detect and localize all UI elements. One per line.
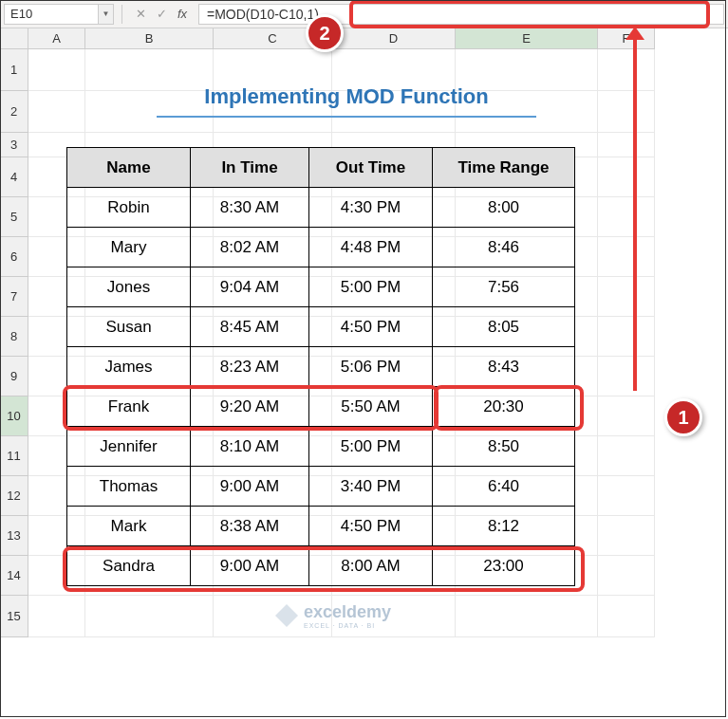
cell-F15[interactable] (598, 596, 655, 637)
cell-out[interactable]: 8:00 AM (309, 546, 433, 586)
cell-F10[interactable] (598, 396, 655, 436)
row-header-8[interactable]: 8 (0, 317, 28, 357)
cell-F3[interactable] (598, 133, 655, 157)
name-box[interactable] (4, 4, 99, 25)
row-header-1[interactable]: 1 (0, 49, 28, 91)
cell-A15[interactable] (28, 596, 85, 637)
cell-name[interactable]: James (67, 347, 191, 387)
row-header-10[interactable]: 10 (0, 396, 28, 436)
col-header-A[interactable]: A (28, 28, 85, 49)
header-time-range[interactable]: Time Range (433, 148, 575, 188)
cell-out[interactable]: 4:48 PM (309, 228, 433, 267)
enter-icon[interactable]: ✓ (151, 4, 172, 25)
cell-A2[interactable] (28, 91, 85, 133)
header-out-time[interactable]: Out Time (309, 148, 433, 188)
cell-out[interactable]: 4:30 PM (309, 188, 433, 228)
cell-in[interactable]: 8:23 AM (191, 347, 309, 387)
row-headers: 123456789101112131415 (0, 49, 28, 637)
cell-range[interactable]: 8:43 (433, 347, 575, 387)
select-all-corner[interactable] (0, 28, 28, 49)
cell-in[interactable]: 8:38 AM (191, 507, 309, 546)
cell-in[interactable]: 9:00 AM (191, 546, 309, 586)
cell-in[interactable]: 8:45 AM (191, 307, 309, 347)
row-header-3[interactable]: 3 (0, 133, 28, 157)
cell-F5[interactable] (598, 197, 655, 237)
cell-E15[interactable] (456, 596, 598, 637)
cell-out[interactable]: 5:50 AM (309, 387, 433, 427)
cell-F1[interactable] (598, 49, 655, 91)
row-header-5[interactable]: 5 (0, 197, 28, 237)
cell-B15[interactable] (85, 596, 214, 637)
table-row: Sandra9:00 AM8:00 AM23:00 (67, 546, 575, 586)
page-title: Implementing MOD Function (95, 78, 598, 116)
cell-F13[interactable] (598, 516, 655, 556)
cell-range[interactable]: 20:30 (433, 387, 575, 427)
cell-in[interactable]: 8:02 AM (191, 228, 309, 267)
cell-range[interactable]: 23:00 (433, 546, 575, 586)
cell-range[interactable]: 8:05 (433, 307, 575, 347)
watermark-text: exceldemy (304, 602, 391, 621)
cell-range[interactable]: 6:40 (433, 467, 575, 507)
cell-range[interactable]: 8:00 (433, 188, 575, 228)
cell-F9[interactable] (598, 357, 655, 396)
row-header-7[interactable]: 7 (0, 277, 28, 317)
formula-input[interactable] (198, 4, 724, 25)
row-header-11[interactable]: 11 (0, 436, 28, 476)
cell-in[interactable]: 9:20 AM (191, 387, 309, 427)
watermark-icon (275, 604, 298, 627)
cell-name[interactable]: Jones (67, 267, 191, 307)
arrow-head-icon (625, 27, 644, 40)
row-header-12[interactable]: 12 (0, 476, 28, 516)
table-row: Thomas9:00 AM3:40 PM6:40 (67, 467, 575, 507)
cell-out[interactable]: 5:00 PM (309, 267, 433, 307)
name-box-dropdown[interactable]: ▼ (99, 4, 114, 25)
cell-name[interactable]: Frank (67, 387, 191, 427)
cell-name[interactable]: Thomas (67, 467, 191, 507)
col-header-B[interactable]: B (85, 28, 214, 49)
cell-out[interactable]: 3:40 PM (309, 467, 433, 507)
cell-in[interactable]: 8:10 AM (191, 427, 309, 467)
cell-name[interactable]: Mark (67, 507, 191, 546)
row-header-9[interactable]: 9 (0, 357, 28, 396)
row-header-15[interactable]: 15 (0, 596, 28, 637)
cell-name[interactable]: Robin (67, 188, 191, 228)
cell-name[interactable]: Jennifer (67, 427, 191, 467)
cell-in[interactable]: 9:00 AM (191, 467, 309, 507)
row-header-6[interactable]: 6 (0, 237, 28, 277)
cell-F4[interactable] (598, 157, 655, 197)
cell-name[interactable]: Sandra (67, 546, 191, 586)
cell-F11[interactable] (598, 436, 655, 476)
cell-out[interactable]: 5:00 PM (309, 427, 433, 467)
cell-F6[interactable] (598, 237, 655, 277)
cell-range[interactable]: 8:46 (433, 228, 575, 267)
cancel-icon[interactable]: ✕ (130, 4, 151, 25)
cell-name[interactable]: Mary (67, 228, 191, 267)
cell-F7[interactable] (598, 277, 655, 317)
row-header-2[interactable]: 2 (0, 91, 28, 133)
cell-F8[interactable] (598, 317, 655, 357)
row-header-13[interactable]: 13 (0, 516, 28, 556)
cell-F2[interactable] (598, 91, 655, 133)
cell-out[interactable]: 4:50 PM (309, 507, 433, 546)
cell-range[interactable]: 8:12 (433, 507, 575, 546)
cell-range[interactable]: 7:56 (433, 267, 575, 307)
data-table: Name In Time Out Time Time Range Robin8:… (66, 147, 575, 586)
header-name[interactable]: Name (67, 148, 191, 188)
col-header-D[interactable]: D (332, 28, 456, 49)
row-header-4[interactable]: 4 (0, 157, 28, 197)
cell-A1[interactable] (28, 49, 85, 91)
cell-in[interactable]: 9:04 AM (191, 267, 309, 307)
cell-out[interactable]: 4:50 PM (309, 307, 433, 347)
row-header-14[interactable]: 14 (0, 556, 28, 596)
watermark-subtext: EXCEL · DATA · BI (304, 622, 391, 629)
cell-range[interactable]: 8:50 (433, 427, 575, 467)
col-header-E[interactable]: E (456, 28, 598, 49)
cell-name[interactable]: Susan (67, 307, 191, 347)
cell-F12[interactable] (598, 476, 655, 516)
cell-F14[interactable] (598, 556, 655, 596)
cell-in[interactable]: 8:30 AM (191, 188, 309, 228)
header-in-time[interactable]: In Time (191, 148, 309, 188)
arrow-line (633, 34, 637, 391)
cell-out[interactable]: 5:06 PM (309, 347, 433, 387)
fx-icon[interactable]: fx (172, 4, 193, 25)
